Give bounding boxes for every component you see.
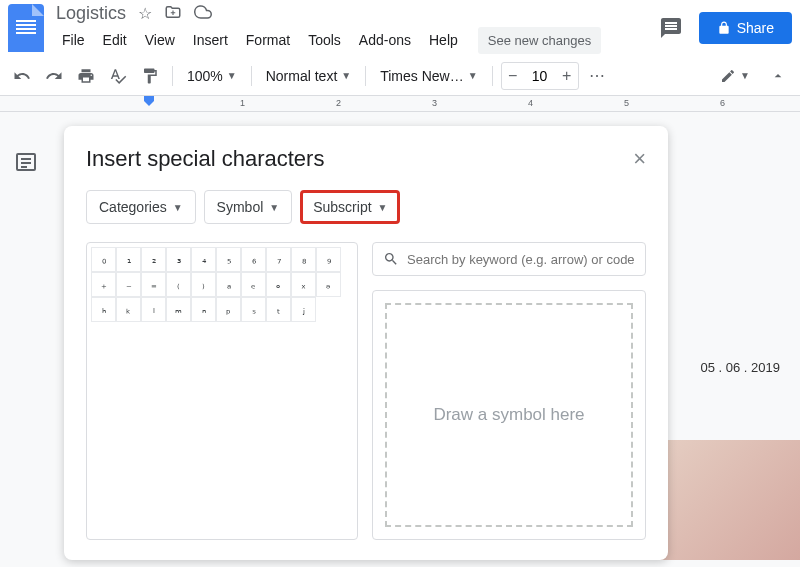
char-cell[interactable]: ₍ bbox=[166, 272, 191, 297]
char-cell[interactable]: ₙ bbox=[191, 297, 216, 322]
char-cell[interactable]: ₉ bbox=[316, 247, 341, 272]
collapse-button[interactable] bbox=[764, 62, 792, 90]
draw-box[interactable]: Draw a symbol here bbox=[372, 290, 646, 540]
ruler[interactable]: 1 2 3 4 5 6 bbox=[0, 96, 800, 112]
menu-bar: File Edit View Insert Format Tools Add-o… bbox=[56, 27, 659, 54]
move-icon[interactable] bbox=[164, 3, 182, 25]
more-button[interactable]: ⋯ bbox=[583, 62, 611, 90]
separator bbox=[251, 66, 252, 86]
char-cell[interactable]: ₖ bbox=[116, 297, 141, 322]
char-cell[interactable]: ₒ bbox=[266, 272, 291, 297]
char-cell[interactable]: ₓ bbox=[291, 272, 316, 297]
see-new-changes[interactable]: See new changes bbox=[478, 27, 601, 54]
menu-view[interactable]: View bbox=[139, 28, 181, 52]
char-cell[interactable]: ₑ bbox=[241, 272, 266, 297]
menu-insert[interactable]: Insert bbox=[187, 28, 234, 52]
char-cell[interactable]: ₔ bbox=[316, 272, 341, 297]
toolbar: 100%▼ Normal text▼ Times New…▼ − + ⋯ ▼ bbox=[0, 56, 800, 96]
svg-marker-0 bbox=[144, 96, 154, 106]
menu-help[interactable]: Help bbox=[423, 28, 464, 52]
char-cell[interactable]: ₀ bbox=[91, 247, 116, 272]
indent-marker-icon[interactable] bbox=[144, 96, 154, 106]
outline-icon[interactable] bbox=[14, 150, 38, 174]
fontsize-decrease[interactable]: − bbox=[502, 63, 524, 89]
char-cell[interactable]: ₗ bbox=[141, 297, 166, 322]
document-title[interactable]: Logistics bbox=[56, 3, 126, 24]
document-date: 05 . 06 . 2019 bbox=[700, 360, 780, 375]
redo-button[interactable] bbox=[40, 62, 68, 90]
title-row: Logistics ☆ bbox=[56, 3, 659, 25]
chevron-down-icon: ▼ bbox=[740, 70, 750, 81]
zoom-dropdown[interactable]: 100%▼ bbox=[181, 64, 243, 88]
char-cell[interactable]: ₆ bbox=[241, 247, 266, 272]
char-cell[interactable]: ₐ bbox=[216, 272, 241, 297]
dialog-title: Insert special characters bbox=[86, 146, 324, 172]
fontsize-stepper: − + bbox=[501, 62, 579, 90]
separator bbox=[172, 66, 173, 86]
draw-label: Draw a symbol here bbox=[385, 303, 633, 527]
char-cell[interactable]: ₁ bbox=[116, 247, 141, 272]
share-button[interactable]: Share bbox=[699, 12, 792, 44]
char-cell[interactable]: ₋ bbox=[116, 272, 141, 297]
char-cell[interactable]: ₕ bbox=[91, 297, 116, 322]
ruler-mark: 6 bbox=[720, 98, 725, 108]
char-cell[interactable]: ₂ bbox=[141, 247, 166, 272]
menu-file[interactable]: File bbox=[56, 28, 91, 52]
star-icon[interactable]: ☆ bbox=[138, 4, 152, 23]
character-grid: ₀₁₂₃₄₅₆₇₈₉₊₋₌₍₎ₐₑₒₓₔₕₖₗₘₙₚₛₜⱼ bbox=[86, 242, 358, 540]
style-dropdown[interactable]: Normal text▼ bbox=[260, 64, 357, 88]
undo-button[interactable] bbox=[8, 62, 36, 90]
close-button[interactable]: × bbox=[633, 146, 646, 172]
char-cell[interactable]: ₃ bbox=[166, 247, 191, 272]
char-cell[interactable]: ₛ bbox=[241, 297, 266, 322]
ruler-mark: 3 bbox=[432, 98, 437, 108]
comment-icon[interactable] bbox=[659, 16, 683, 40]
dialog-right-panel: Draw a symbol here bbox=[372, 242, 646, 540]
search-box bbox=[372, 242, 646, 276]
ruler-mark: 1 bbox=[240, 98, 245, 108]
char-cell[interactable]: ₎ bbox=[191, 272, 216, 297]
spellcheck-button[interactable] bbox=[104, 62, 132, 90]
dialog-header: Insert special characters × bbox=[86, 146, 646, 172]
cloud-icon[interactable] bbox=[194, 3, 212, 25]
menu-addons[interactable]: Add-ons bbox=[353, 28, 417, 52]
subscript-dropdown[interactable]: Subscript▼ bbox=[300, 190, 400, 224]
title-area: Logistics ☆ File Edit View Insert Format… bbox=[56, 3, 659, 54]
search-input[interactable] bbox=[407, 252, 635, 267]
menu-tools[interactable]: Tools bbox=[302, 28, 347, 52]
share-label: Share bbox=[737, 20, 774, 36]
menu-format[interactable]: Format bbox=[240, 28, 296, 52]
char-cell[interactable]: ₌ bbox=[141, 272, 166, 297]
ruler-mark: 5 bbox=[624, 98, 629, 108]
header: Logistics ☆ File Edit View Insert Format… bbox=[0, 0, 800, 56]
paint-format-button[interactable] bbox=[136, 62, 164, 90]
symbol-dropdown[interactable]: Symbol▼ bbox=[204, 190, 293, 224]
char-cell[interactable]: ₄ bbox=[191, 247, 216, 272]
char-cell[interactable]: ₈ bbox=[291, 247, 316, 272]
ruler-mark: 4 bbox=[528, 98, 533, 108]
special-characters-dialog: Insert special characters × Categories▼ … bbox=[64, 126, 668, 560]
char-cell[interactable]: ₅ bbox=[216, 247, 241, 272]
char-cell[interactable]: ⱼ bbox=[291, 297, 316, 322]
editing-mode-dropdown[interactable]: ▼ bbox=[714, 64, 756, 88]
chevron-down-icon: ▼ bbox=[378, 202, 388, 213]
font-dropdown[interactable]: Times New…▼ bbox=[374, 64, 483, 88]
dialog-body: ₀₁₂₃₄₅₆₇₈₉₊₋₌₍₎ₐₑₒₓₔₕₖₗₘₙₚₛₜⱼ Draw a sym… bbox=[86, 242, 646, 540]
categories-dropdown[interactable]: Categories▼ bbox=[86, 190, 196, 224]
menu-edit[interactable]: Edit bbox=[97, 28, 133, 52]
chevron-down-icon: ▼ bbox=[468, 70, 478, 81]
print-button[interactable] bbox=[72, 62, 100, 90]
chevron-down-icon: ▼ bbox=[173, 202, 183, 213]
chevron-down-icon: ▼ bbox=[269, 202, 279, 213]
chevron-down-icon: ▼ bbox=[227, 70, 237, 81]
char-cell[interactable]: ₜ bbox=[266, 297, 291, 322]
fontsize-input[interactable] bbox=[524, 63, 556, 89]
char-cell[interactable]: ₚ bbox=[216, 297, 241, 322]
char-cell[interactable]: ₊ bbox=[91, 272, 116, 297]
fontsize-increase[interactable]: + bbox=[556, 63, 578, 89]
header-right: Share bbox=[659, 12, 792, 44]
char-cell[interactable]: ₘ bbox=[166, 297, 191, 322]
search-icon bbox=[383, 251, 399, 267]
docs-logo-icon[interactable] bbox=[8, 4, 44, 52]
char-cell[interactable]: ₇ bbox=[266, 247, 291, 272]
